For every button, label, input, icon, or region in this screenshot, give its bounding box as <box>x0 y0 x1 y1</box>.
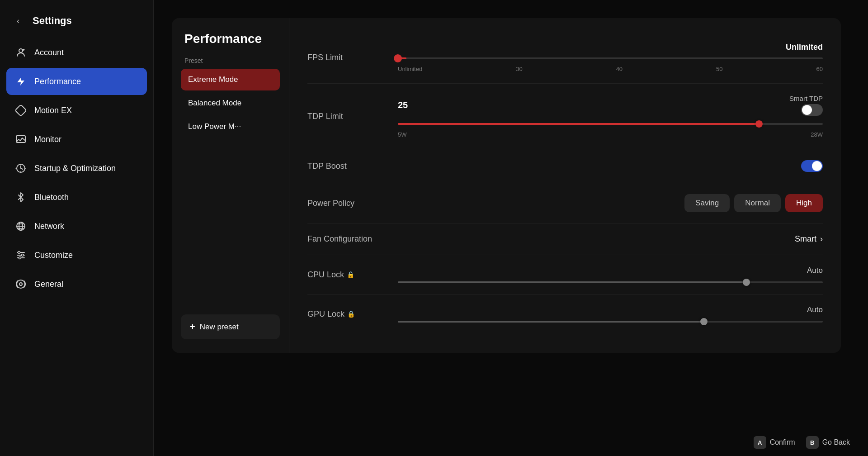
svg-point-17 <box>19 283 22 285</box>
network-label: Network <box>34 222 64 231</box>
gpu-lock-value: Auto <box>807 305 823 314</box>
sidebar-item-startup[interactable]: Startup & Optimization <box>6 155 147 182</box>
sidebar-item-general[interactable]: General <box>6 271 147 298</box>
account-icon <box>14 46 27 59</box>
fps-slider-thumb <box>394 54 402 62</box>
cpu-slider-fill <box>398 281 746 283</box>
cpu-lock-icon: 🔒 <box>347 271 354 278</box>
svg-point-18 <box>17 280 25 288</box>
tdp-boost-toggle[interactable] <box>801 160 823 172</box>
gpu-slider-thumb <box>700 318 708 325</box>
cpu-lock-label: CPU Lock 🔒 <box>307 270 389 280</box>
tdp-limit-row: TDP Limit 25 Smart TDP <box>307 84 823 149</box>
fps-slider-labels: Unlimited 30 40 50 60 <box>398 66 823 72</box>
bluetooth-icon <box>14 191 27 204</box>
fps-limit-value: Unlimited <box>786 43 823 52</box>
smart-tdp-label: Smart TDP <box>789 95 823 102</box>
sidebar-header: ‹ Settings <box>0 9 153 39</box>
fps-slider-track <box>398 57 823 59</box>
tdp-boost-label: TDP Boost <box>307 162 389 171</box>
motion-ex-icon <box>14 104 27 117</box>
smart-tdp-section: Smart TDP <box>789 95 823 116</box>
policy-normal-button[interactable]: Normal <box>734 194 781 212</box>
svg-point-0 <box>19 49 23 52</box>
power-policy-content: Saving Normal High <box>398 194 823 212</box>
tdp-header: 25 Smart TDP <box>398 95 823 116</box>
preset-extreme-mode[interactable]: Extreme Mode <box>181 69 280 90</box>
svg-point-14 <box>18 252 20 254</box>
fan-config-chevron-icon: › <box>820 234 823 244</box>
fps-label-40: 40 <box>616 66 623 72</box>
fps-limit-label: FPS Limit <box>307 53 389 62</box>
power-policy-buttons: Saving Normal High <box>398 194 823 212</box>
svg-rect-3 <box>15 105 26 116</box>
gpu-slider-track <box>398 321 823 323</box>
fan-config-row[interactable]: Fan Configuration Smart › <box>307 223 823 255</box>
gpu-lock-label: GPU Lock 🔒 <box>307 309 389 319</box>
svg-point-15 <box>22 254 24 256</box>
fps-label-60: 60 <box>816 66 823 72</box>
bluetooth-label: Bluetooth <box>34 193 69 202</box>
cpu-lock-row: CPU Lock 🔒 Auto <box>307 255 823 294</box>
svg-point-16 <box>19 257 21 259</box>
sidebar-item-performance[interactable]: Performance <box>6 68 147 95</box>
sidebar-item-monitor[interactable]: Monitor <box>6 126 147 153</box>
back-button[interactable]: ‹ <box>11 14 25 28</box>
sidebar-item-network[interactable]: Network <box>6 213 147 240</box>
gpu-lock-icon: 🔒 <box>347 310 355 318</box>
fps-label-50: 50 <box>716 66 722 72</box>
cpu-lock-value: Auto <box>807 266 823 275</box>
sidebar-nav: Account Performance Motion EX <box>0 39 153 447</box>
tdp-value: 25 <box>398 100 408 110</box>
smart-tdp-toggle-thumb <box>802 105 812 115</box>
tdp-slider-labels: 5W 28W <box>398 131 823 138</box>
sidebar-item-account[interactable]: Account <box>6 39 147 66</box>
controls-column: FPS Limit Unlimited Unlimited 30 <box>289 18 841 353</box>
customize-label: Customize <box>34 251 73 260</box>
tdp-boost-content <box>398 160 823 172</box>
policy-high-button[interactable]: High <box>785 194 823 212</box>
sidebar: ‹ Settings Account Performance <box>0 0 154 456</box>
svg-marker-2 <box>17 77 24 86</box>
account-label: Account <box>34 48 64 57</box>
customize-icon <box>14 249 27 261</box>
tdp-limit-content: 25 Smart TDP <box>398 95 823 138</box>
fps-limit-slider[interactable] <box>398 57 823 59</box>
fps-label-unlimited: Unlimited <box>398 66 422 72</box>
power-policy-row: Power Policy Saving Normal High <box>307 183 823 223</box>
preset-balanced-mode[interactable]: Balanced Mode <box>181 92 280 114</box>
confirm-button[interactable]: A Confirm <box>754 436 795 449</box>
tdp-boost-toggle-thumb <box>812 161 822 171</box>
cpu-lock-content: Auto <box>398 266 823 283</box>
policy-saving-button[interactable]: Saving <box>684 194 730 212</box>
settings-panel: Performance Preset Extreme Mode Balanced… <box>172 18 841 353</box>
performance-label: Performance <box>34 77 81 86</box>
startup-icon <box>14 162 27 175</box>
fan-config-label: Fan Configuration <box>307 234 389 244</box>
sidebar-title: Settings <box>33 15 72 27</box>
panel-title: Performance <box>181 32 280 46</box>
monitor-icon <box>14 133 27 146</box>
go-back-label: Go Back <box>822 438 850 446</box>
new-preset-plus-icon: + <box>190 322 195 332</box>
confirm-label: Confirm <box>770 438 795 446</box>
tdp-limit-label: TDP Limit <box>307 112 389 121</box>
confirm-icon: A <box>754 436 766 449</box>
sidebar-item-customize[interactable]: Customize <box>6 242 147 269</box>
sidebar-item-bluetooth[interactable]: Bluetooth <box>6 184 147 211</box>
new-preset-button[interactable]: + New preset <box>181 314 280 339</box>
preset-low-power-mode[interactable]: Low Power M··· <box>181 116 280 138</box>
power-policy-label: Power Policy <box>307 199 389 208</box>
tdp-min-label: 5W <box>398 131 407 138</box>
gpu-lock-slider <box>398 321 823 323</box>
sidebar-item-motion-ex[interactable]: Motion EX <box>6 97 147 124</box>
tdp-slider-track <box>398 123 823 125</box>
gpu-slider-fill <box>398 321 704 323</box>
motion-ex-label: Motion EX <box>34 106 72 115</box>
fps-limit-row: FPS Limit Unlimited Unlimited 30 <box>307 32 823 84</box>
cpu-slider-track <box>398 281 823 283</box>
go-back-button[interactable]: B Go Back <box>806 436 850 449</box>
tdp-limit-slider[interactable] <box>398 123 823 125</box>
smart-tdp-toggle[interactable] <box>801 104 823 116</box>
general-icon <box>14 278 27 290</box>
